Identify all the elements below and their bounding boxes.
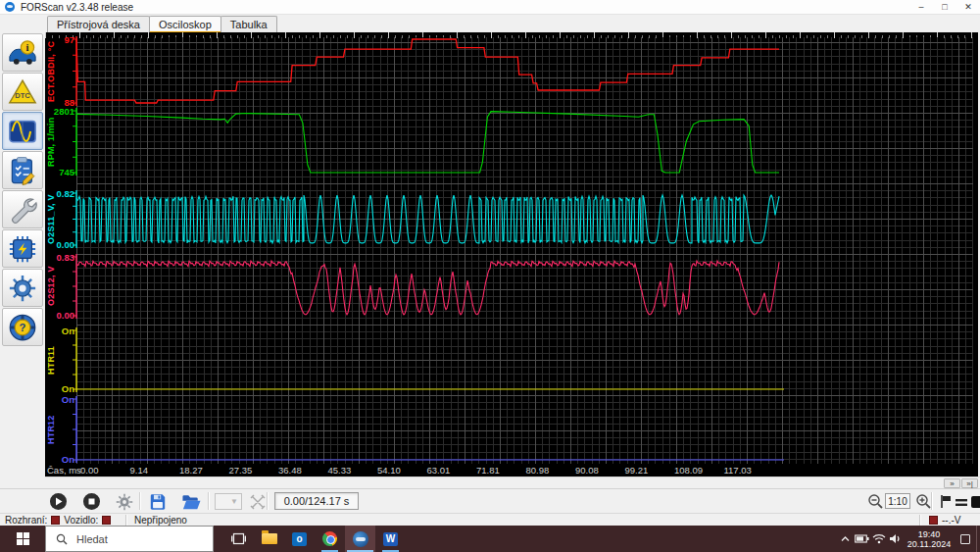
start-button[interactable] bbox=[0, 526, 45, 552]
time-tick-label: 45.33 bbox=[328, 465, 352, 476]
tab-dashboard[interactable]: Přístrojová deska bbox=[47, 16, 150, 32]
scope-settings-button[interactable] bbox=[112, 491, 137, 512]
task-view-button[interactable] bbox=[223, 526, 254, 552]
sidebar-item-service[interactable] bbox=[2, 190, 43, 228]
black-square-icon bbox=[970, 495, 980, 509]
channel-6-min-value: On bbox=[47, 454, 74, 465]
chip-icon bbox=[8, 234, 37, 264]
connection-status: Nepřipojeno bbox=[134, 515, 187, 526]
tab-oscilloscope[interactable]: Osciloskop bbox=[149, 16, 221, 32]
chrome-button[interactable] bbox=[315, 526, 345, 552]
sidebar-item-tests[interactable] bbox=[2, 151, 43, 189]
dtc-triangle-icon: DTC bbox=[8, 77, 37, 107]
file-explorer-button[interactable] bbox=[254, 526, 284, 552]
time-tick-label: 9.14 bbox=[130, 465, 149, 476]
channel-2-max-value: 2801 bbox=[47, 106, 74, 117]
steering-help-icon: ? bbox=[8, 313, 37, 342]
toolbar-separator bbox=[139, 492, 140, 510]
trace-o2s12 bbox=[76, 261, 779, 315]
taskbar-clock[interactable]: 19:40 20.11.2024 bbox=[904, 529, 955, 549]
trace-ect.obdii bbox=[76, 39, 779, 103]
channel-label-5: HTR11 bbox=[46, 330, 59, 389]
forscan-taskbar-button[interactable] bbox=[345, 526, 375, 552]
time-tick-label: 27.35 bbox=[229, 465, 253, 476]
sidebar-item-oscilloscope[interactable] bbox=[2, 112, 43, 150]
channel-label-2: RPM, 1/min bbox=[46, 111, 59, 173]
tab-table[interactable]: Tabulka bbox=[220, 16, 277, 32]
voltage-readout: --.-V bbox=[942, 515, 960, 526]
oscilloscope-icon bbox=[8, 117, 37, 146]
search-placeholder: Hledat bbox=[76, 533, 108, 545]
battery-tray-button[interactable] bbox=[854, 526, 870, 552]
time-tick-label: 80.98 bbox=[526, 465, 550, 476]
channel-label-6: HTR12 bbox=[46, 399, 59, 460]
tray-expand-button[interactable] bbox=[837, 526, 854, 552]
scroll-right-icon[interactable]: » bbox=[944, 478, 960, 488]
taskbar-search[interactable]: Hledat bbox=[45, 526, 214, 552]
volume-tray-button[interactable] bbox=[887, 526, 904, 552]
trace-o2s11_v bbox=[76, 195, 779, 243]
time-tick-label: 99.21 bbox=[625, 465, 649, 476]
load-record-button[interactable] bbox=[178, 491, 204, 512]
scroll-end-icon[interactable]: »| bbox=[961, 478, 978, 488]
time-tick-label: 36.48 bbox=[278, 465, 302, 476]
channel-1-max-value: 97 bbox=[47, 34, 74, 45]
oscilloscope-panel[interactable]: Čas, ms 0.009.1418.2727.3536.4845.3354.1… bbox=[45, 32, 978, 477]
sidebar-item-configuration[interactable] bbox=[2, 229, 43, 268]
battery-status-indicator bbox=[929, 516, 938, 525]
chrome-icon bbox=[322, 531, 337, 546]
window-title: FORScan v2.3.48 release bbox=[21, 2, 133, 13]
show-desktop-button[interactable] bbox=[976, 526, 980, 552]
windows-taskbar: Hledat o W 19:40 20.11.2024 bbox=[0, 526, 980, 552]
task-view-icon bbox=[231, 532, 246, 545]
open-folder-icon bbox=[181, 493, 201, 511]
sidebar-item-vehicle-info[interactable]: i bbox=[2, 33, 43, 72]
save-icon bbox=[149, 493, 167, 511]
vehicle-status-indicator bbox=[102, 516, 111, 525]
clock-date: 20.11.2024 bbox=[904, 539, 955, 549]
sidebar-item-dtc[interactable]: DTC bbox=[2, 73, 43, 111]
maximize-button[interactable]: □ bbox=[933, 0, 956, 15]
time-tick-label: 108.09 bbox=[674, 465, 703, 476]
clock-time: 19:40 bbox=[904, 529, 955, 539]
zoom-scale-label: 1:10 bbox=[885, 493, 910, 509]
oscilloscope-toolbar: ▼ 0.00/124.17 s 1:10 bbox=[0, 488, 980, 513]
wrench-icon bbox=[8, 195, 37, 225]
outlook-button[interactable]: o bbox=[284, 526, 315, 552]
titlebar: FORScan v2.3.48 release – □ ✕ bbox=[0, 0, 980, 15]
record-select-dropdown[interactable]: ▼ bbox=[215, 493, 242, 510]
stop-button[interactable] bbox=[78, 491, 104, 512]
time-tick-label: 63.01 bbox=[427, 465, 451, 476]
time-tick-label: 71.81 bbox=[476, 465, 500, 476]
word-button[interactable]: W bbox=[375, 526, 406, 552]
horizontal-scrollbar[interactable]: » »| bbox=[45, 477, 980, 488]
sidebar-item-help[interactable]: ? bbox=[2, 308, 43, 346]
action-center-button[interactable] bbox=[955, 526, 976, 552]
wifi-tray-button[interactable] bbox=[870, 526, 887, 552]
gear-icon bbox=[116, 493, 133, 511]
magnifier-minus-icon bbox=[867, 493, 884, 510]
channel-5-max-value: On bbox=[47, 326, 74, 336]
svg-text:?: ? bbox=[20, 322, 26, 333]
forscan-window: FORScan v2.3.48 release – □ ✕ Přístrojov… bbox=[0, 0, 980, 552]
play-button[interactable] bbox=[45, 491, 71, 512]
channel-label-1: ECT.OBDII, °C bbox=[46, 39, 59, 103]
minimize-button[interactable]: – bbox=[909, 0, 933, 15]
channel-4-min-value: 0.00 bbox=[47, 310, 74, 321]
statusbar-divider bbox=[125, 515, 126, 526]
interface-status-indicator bbox=[51, 516, 60, 525]
fullscreen-button[interactable] bbox=[964, 491, 980, 512]
waveform-traces bbox=[45, 32, 978, 477]
stop-icon bbox=[82, 492, 101, 511]
channel-3-min-value: 0.00 bbox=[47, 239, 74, 250]
save-record-button[interactable] bbox=[145, 491, 171, 512]
channel-label-3: O2S11_V, V bbox=[46, 193, 59, 245]
gear-icon bbox=[8, 274, 37, 303]
forscan-app-icon bbox=[5, 2, 15, 12]
status-bar: Rozhraní: Vozidlo: Nepřipojeno --.-V bbox=[0, 513, 980, 526]
wifi-icon bbox=[872, 533, 886, 544]
time-tick-label: 90.08 bbox=[575, 465, 599, 476]
close-button[interactable]: ✕ bbox=[956, 0, 980, 15]
sidebar-item-settings[interactable] bbox=[2, 269, 43, 307]
time-tick-label: 117.03 bbox=[724, 465, 752, 476]
